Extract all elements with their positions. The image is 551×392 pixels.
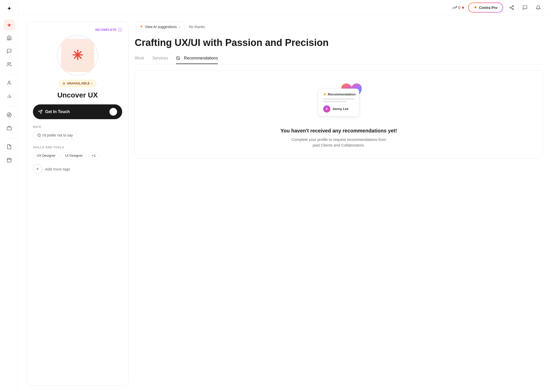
starred-icon: ★ <box>7 22 11 28</box>
sidebar-item-briefcase[interactable] <box>4 123 15 134</box>
rec-user-row: JL Jenny Lee <box>323 105 354 113</box>
content-area: INCOMPLETE i ✳ ⚠ UNAVAILABLE › Uncover U… <box>18 15 551 392</box>
rec-empty-title: You haven't received any recommendations… <box>281 128 397 134</box>
svg-marker-6 <box>8 114 10 116</box>
document-icon <box>7 144 12 151</box>
incomplete-label: INCOMPLETE <box>95 28 117 32</box>
rec-line-1 <box>323 98 354 100</box>
trending-count: 0 <box>458 6 460 10</box>
recommendations-card: ★ Recommendation JL Jenny Lee You <box>135 70 543 159</box>
no-thanks-button[interactable]: No thanks <box>189 25 205 29</box>
svg-line-16 <box>511 6 512 7</box>
rate-section-label: RATE <box>33 125 41 128</box>
add-tags-icon: + <box>33 164 42 174</box>
sidebar: ✦ ★ <box>0 0 18 392</box>
sidebar-item-home[interactable] <box>4 33 15 44</box>
sidebar-divider-2 <box>5 106 13 106</box>
unavailable-badge[interactable]: ⚠ UNAVAILABLE › <box>59 80 96 87</box>
info-icon: i <box>118 28 122 32</box>
calendar-icon <box>7 157 12 164</box>
sidebar-item-community[interactable] <box>4 59 15 70</box>
rate-value: I'd prefer not to say <box>33 131 77 140</box>
profile-name: Uncover UX <box>57 91 98 99</box>
sidebar-item-analytics[interactable] <box>4 91 15 102</box>
rec-star-icon: ★ <box>323 92 326 96</box>
svg-rect-8 <box>7 158 11 162</box>
rec-line-2 <box>323 101 347 102</box>
add-tags-label: Add more tags <box>45 167 70 171</box>
svg-point-0 <box>8 62 9 64</box>
ai-arrow-icon: › <box>179 25 180 29</box>
message-icon <box>7 48 12 55</box>
rec-empty-desc: Complete your profile to request recomme… <box>288 137 390 148</box>
chat-button[interactable] <box>520 3 530 12</box>
chevron-right-icon: › <box>91 82 93 85</box>
sidebar-item-messages[interactable] <box>4 46 15 57</box>
avatar-star-icon: ✳ <box>72 49 83 62</box>
tab-recommendations-icon <box>176 56 182 60</box>
sidebar-item-document[interactable] <box>4 142 15 153</box>
rec-user-avatar: JL <box>323 105 330 113</box>
recommendation-mock-card: ★ Recommendation JL Jenny Lee <box>318 89 359 116</box>
analytics-icon <box>7 94 12 100</box>
svg-line-22 <box>177 57 179 59</box>
profile-avatar-inner: ✳ <box>61 39 94 72</box>
main-area: 0 ✦ Contra Pro INCOMPLETE i ✳ <box>18 0 551 392</box>
ai-star-icon: ✦ <box>140 24 143 29</box>
rec-user-name: Jenny Lee <box>332 107 349 111</box>
app-logo[interactable]: ✦ <box>5 4 14 13</box>
briefcase-icon <box>7 126 12 132</box>
svg-point-13 <box>510 7 511 8</box>
tab-work[interactable]: Work <box>135 56 144 64</box>
skills-section: SKILLS AND TOOLS UX Designer UI Designer… <box>33 146 122 159</box>
skills-tags: UX Designer UI Designer +1 <box>33 152 122 159</box>
skills-section-label: SKILLS AND TOOLS <box>33 146 122 149</box>
sidebar-item-explore[interactable] <box>4 110 15 121</box>
tabs-bar: Work Services Recommendations <box>135 56 543 64</box>
svg-point-1 <box>8 81 10 83</box>
incomplete-badge: INCOMPLETE i <box>95 28 122 32</box>
profile-avatar-container[interactable]: ✳ <box>57 35 98 76</box>
skill-tag-ui[interactable]: UI Designer <box>61 152 87 159</box>
recommendation-illustration: ★ Recommendation JL Jenny Lee <box>313 81 364 122</box>
home-icon <box>7 35 12 42</box>
sidebar-item-starred[interactable]: ★ <box>4 19 15 31</box>
profile-card: INCOMPLETE i ✳ ⚠ UNAVAILABLE › Uncover U… <box>27 21 129 386</box>
profile-icon <box>7 80 12 87</box>
get-in-touch-label: Get In Touch <box>45 109 70 114</box>
share-button[interactable] <box>507 3 516 12</box>
warning-icon: ⚠ <box>62 82 66 85</box>
toggle-button[interactable] <box>109 108 117 116</box>
sidebar-divider-3 <box>5 138 13 138</box>
contra-pro-star-icon: ✦ <box>474 5 477 10</box>
svg-line-15 <box>511 8 512 9</box>
get-in-touch-button[interactable]: Get In Touch <box>33 104 122 119</box>
svg-point-12 <box>512 5 514 7</box>
svg-point-5 <box>7 113 11 117</box>
unavailable-label: UNAVAILABLE <box>67 82 90 85</box>
rate-text: I'd prefer not to say <box>42 133 73 137</box>
community-icon <box>7 62 12 68</box>
tab-recommendations[interactable]: Recommendations <box>176 56 218 64</box>
explore-icon <box>7 112 12 119</box>
skill-more[interactable]: +1 <box>89 152 99 159</box>
skill-tag-ux[interactable]: UX Designer <box>33 152 59 159</box>
trending-dot <box>462 7 464 9</box>
contra-pro-button[interactable]: ✦ Contra Pro <box>468 3 503 13</box>
profile-headline: Crafting UX/UI with Passion and Precisio… <box>135 37 543 49</box>
topnav: 0 ✦ Contra Pro <box>18 0 551 15</box>
ai-suggestions-row: ✦ View AI suggestions › No thanks <box>135 21 543 32</box>
sidebar-divider-1 <box>5 74 13 74</box>
right-panel: ✦ View AI suggestions › No thanks Crafti… <box>135 21 543 386</box>
rec-card-title: Recommendation <box>328 92 356 96</box>
sidebar-item-profile[interactable] <box>4 78 15 89</box>
notifications-button[interactable] <box>534 3 543 12</box>
ai-suggestions-button[interactable]: ✦ View AI suggestions › <box>135 21 185 32</box>
svg-rect-7 <box>7 127 11 130</box>
sidebar-item-calendar[interactable] <box>4 155 15 166</box>
svg-line-20 <box>38 134 40 136</box>
tab-services[interactable]: Services <box>152 56 168 64</box>
trending-counter: 0 <box>452 5 464 10</box>
add-tags-row[interactable]: + Add more tags <box>33 164 70 174</box>
contra-pro-label: Contra Pro <box>479 6 497 10</box>
